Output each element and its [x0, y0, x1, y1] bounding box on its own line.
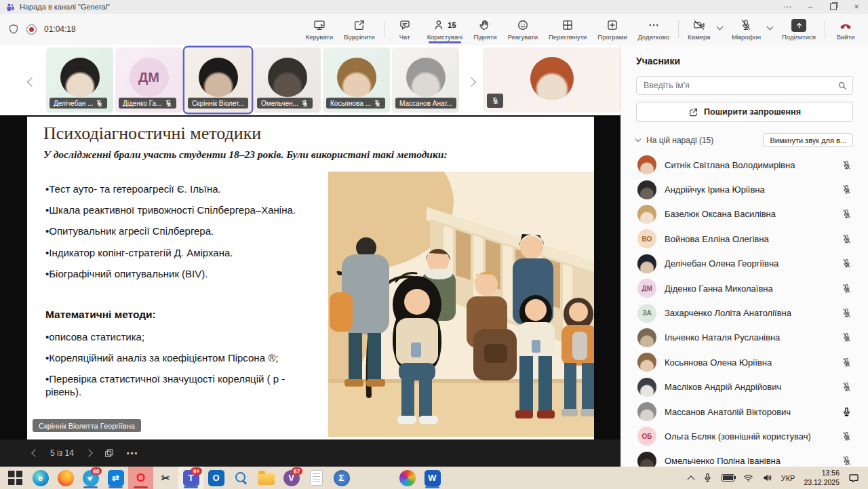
taskbar-word-icon[interactable]: W	[420, 467, 445, 489]
video-tile[interactable]: Косьянова ...	[323, 47, 390, 113]
slide-bullet: Шкала реактивної тривожності Спілбергера…	[45, 204, 323, 217]
share-invite-button[interactable]: Поширити запрошення	[636, 102, 853, 122]
battery-icon[interactable]	[722, 474, 734, 482]
participant-row[interactable]: Андрійчук Ірина Юріївна	[621, 177, 868, 201]
taskbar-stats-icon[interactable]: Σ	[329, 467, 354, 489]
volume-icon[interactable]	[762, 473, 772, 483]
mic-button[interactable]: Мікрофон	[726, 16, 766, 42]
participant-name: Андрійчук Ірина Юріївна	[665, 184, 833, 195]
clock[interactable]: 13:56 23.12.2025	[804, 469, 840, 486]
deck-more-button[interactable]: •••	[127, 449, 139, 457]
manage-button[interactable]: Керувати	[300, 16, 338, 42]
in-meeting-section-label[interactable]: На цій нараді (15)	[646, 136, 757, 145]
more-button[interactable]: Додатково	[633, 16, 675, 42]
tile-name-badge: Скріннік Віолет...	[188, 98, 248, 109]
participant-name: Ільченко Наталя Русланівна	[665, 332, 833, 343]
participants-button[interactable]: 15Користувачі	[422, 16, 468, 42]
participant-row[interactable]: ОБОльга Бєляк (зовнішній користувач)	[621, 424, 868, 448]
chat-button[interactable]: Чат	[388, 16, 422, 42]
participant-row[interactable]: Ситнік Світлана Володимирівна	[621, 153, 868, 177]
panel-close-icon[interactable]	[844, 56, 853, 66]
mic-options-chevron-icon[interactable]	[767, 23, 774, 30]
tile-name-badge: Омельчен...	[257, 98, 313, 109]
slide-grid-button[interactable]	[104, 448, 115, 458]
participants-panel: Учасники Поширити запрошення На цій нара…	[620, 45, 868, 467]
mic-muted-icon	[301, 100, 309, 107]
share-button[interactable]: Поділитися	[776, 16, 821, 42]
next-slide-button[interactable]	[86, 448, 92, 458]
notifications-icon[interactable]	[848, 473, 859, 484]
mic-muted-icon	[842, 283, 852, 294]
wifi-icon[interactable]	[743, 473, 753, 483]
taskbar-snip-icon[interactable]: ✂	[153, 467, 178, 489]
participant-row[interactable]: ВОВойнова Елліна Олегівна	[621, 227, 868, 251]
avatar	[637, 254, 656, 273]
apps-button[interactable]: Програми	[592, 16, 632, 42]
participant-row[interactable]: Омельченко Поліна Іванівна	[621, 449, 868, 467]
slide-math-bullet: Перевірка статистичної значущості кореля…	[45, 373, 319, 398]
taskbar-viber-icon[interactable]: V67	[279, 467, 304, 489]
window-close-button[interactable]: ×	[845, 0, 868, 14]
participant-row[interactable]: Масліков Андрій Андрійович	[621, 375, 868, 399]
window-title: Нарада в каналі "General"	[20, 3, 110, 11]
teams-meeting-window: Нарада в каналі "General" ⋯ – × 01:04:18…	[0, 0, 868, 489]
window-titlebar: Нарада в каналі "General" ⋯ – ×	[0, 0, 868, 14]
taskbar-telegram-icon[interactable]: ▶60	[78, 467, 103, 489]
participant-name: Массанов Анатолій Вікторович	[665, 407, 833, 417]
avatar	[637, 205, 656, 224]
taskbar-magnifier-icon[interactable]	[229, 467, 254, 489]
avatar	[530, 57, 574, 100]
participant-name: Захарченко Лоліта Анатоліївна	[665, 308, 833, 318]
taskbar-notepad-icon[interactable]	[304, 467, 329, 489]
raise-hand-button[interactable]: Підняти	[468, 16, 502, 42]
video-tile[interactable]: Делічебан ...	[46, 47, 113, 113]
camera-options-chevron-icon[interactable]	[716, 23, 723, 30]
mic-muted-icon	[842, 456, 852, 466]
participant-row[interactable]: Делічебан Олена Георгіївна	[621, 252, 868, 276]
video-tile[interactable]: Массанов Анат...	[392, 47, 459, 113]
participant-row[interactable]: ЗАЗахарченко Лоліта Анатоліївна	[621, 300, 868, 325]
tray-mic-icon[interactable]	[703, 473, 713, 483]
notification-badge: 67	[292, 467, 302, 475]
participant-row[interactable]: Ільченко Наталя Русланівна	[621, 326, 868, 350]
participant-row[interactable]: Базелюк Оксана Василівна	[621, 202, 868, 227]
spotlight-video-tile[interactable]	[483, 47, 620, 113]
leave-button[interactable]: Вийти	[829, 16, 863, 42]
participant-row[interactable]: Массанов Анатолій Вікторович	[621, 399, 868, 424]
unpin-button[interactable]: Відкріпити	[338, 16, 380, 42]
taskbar-teams-icon[interactable]: T9+	[178, 467, 203, 489]
avatar	[637, 402, 656, 421]
react-button[interactable]: Реагувати	[502, 16, 543, 42]
video-tile[interactable]: Омельчен...	[254, 47, 321, 113]
previous-slide-button[interactable]	[33, 448, 38, 458]
taskbar-teamviewer-icon[interactable]: ⇄	[103, 467, 128, 489]
taskbar-photos-icon[interactable]	[395, 467, 420, 489]
tray-expand-chevron-icon[interactable]	[687, 475, 694, 483]
video-tile[interactable]: ДМДіденко Га...	[115, 47, 182, 113]
mic-muted-icon	[842, 184, 852, 195]
mute-all-button[interactable]: Вимкнути звук для в...	[763, 133, 853, 147]
participant-row[interactable]: ДМДіденко Ганна Миколаївна	[621, 276, 868, 300]
strip-scroll-left-button[interactable]	[24, 75, 39, 90]
participant-row[interactable]: Косьянова Олена Юріївна	[621, 350, 868, 374]
keyboard-language[interactable]: УКР	[781, 474, 795, 482]
taskbar-explorer-icon[interactable]	[254, 467, 279, 489]
taskbar-opera-icon[interactable]: O	[128, 467, 153, 489]
presentation-slide: Психодіагностичні методики У дослідженні…	[27, 117, 594, 439]
view-button[interactable]: Переглянути	[543, 16, 592, 42]
camera-button[interactable]: Камера	[682, 16, 716, 42]
taskbar-outlook-icon[interactable]: O	[203, 467, 229, 489]
section-collapse-chevron-icon[interactable]	[635, 136, 641, 142]
notification-badge: 9+	[191, 467, 202, 475]
titlebar-more-button[interactable]: ⋯	[776, 0, 799, 14]
window-minimize-button[interactable]: –	[799, 0, 822, 14]
taskbar-firefox-icon[interactable]	[53, 467, 78, 489]
search-icon[interactable]	[837, 81, 847, 90]
avatar	[637, 378, 656, 397]
taskbar-edge-icon[interactable]: e	[28, 467, 53, 489]
participant-search-input[interactable]	[642, 80, 837, 91]
video-tile[interactable]: Скріннік Віолет...	[184, 47, 252, 113]
strip-scroll-right-button[interactable]	[464, 75, 479, 90]
window-restore-button[interactable]	[822, 0, 845, 14]
taskbar-start-icon[interactable]	[3, 467, 28, 489]
